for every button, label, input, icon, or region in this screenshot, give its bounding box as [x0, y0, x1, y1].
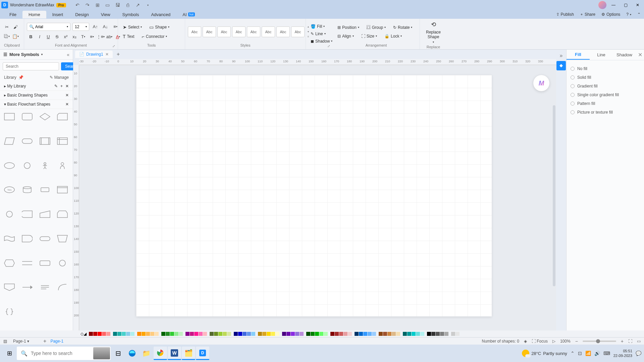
menu-insert[interactable]: Insert — [46, 11, 69, 18]
page-link[interactable]: Page-1 — [50, 339, 63, 344]
canvas-viewport[interactable]: M — [79, 65, 556, 330]
align-dropdown[interactable]: ⊟Align▾ — [335, 33, 356, 40]
shape-document[interactable] — [56, 185, 69, 195]
fill-option-pattern[interactable]: Pattern fill — [571, 99, 640, 108]
shape-pill[interactable] — [38, 234, 52, 244]
color-swatch[interactable] — [372, 332, 376, 336]
underline-button[interactable]: U — [44, 33, 52, 41]
color-swatch[interactable] — [319, 332, 323, 336]
line-spacing-button[interactable]: ≡▾ — [88, 33, 96, 41]
more-symbols-dropdown[interactable]: ☰ More Symbols ▾ — [3, 52, 43, 57]
qat-more-icon[interactable]: ▾ — [145, 2, 151, 8]
fill-tab[interactable]: Fill — [567, 50, 590, 60]
color-swatch[interactable] — [137, 332, 141, 336]
fill-dropdown[interactable]: 🪣Fill▾ — [309, 23, 334, 30]
tray-chevron-icon[interactable]: ⌃ — [571, 351, 575, 356]
color-swatch[interactable] — [355, 332, 359, 336]
color-swatch[interactable] — [150, 332, 154, 336]
menu-design[interactable]: Design — [69, 11, 95, 18]
line-dropdown[interactable]: ✎Line▾ — [309, 31, 334, 37]
font-align-expand[interactable]: ⤢ — [112, 44, 115, 48]
chrome-icon[interactable] — [154, 347, 167, 360]
basic-drawing-section[interactable]: ▸ Basic Drawing Shapes ✕ — [0, 91, 73, 100]
options-button[interactable]: ⚙Options — [601, 12, 620, 17]
shape-stored-data[interactable] — [20, 209, 34, 219]
shadow-dropdown[interactable]: ◼Shadow▾ — [309, 38, 334, 45]
style-preset-2[interactable]: Abc — [203, 26, 216, 37]
color-swatch[interactable] — [89, 332, 93, 336]
select-tool[interactable]: ➤Select▾ — [121, 23, 144, 31]
shape-circle2[interactable] — [56, 258, 69, 268]
menu-ai[interactable]: AI hot — [176, 11, 201, 18]
font-size-select[interactable]: 12▾ — [72, 23, 89, 31]
color-swatch[interactable] — [392, 332, 396, 336]
color-swatch[interactable] — [335, 332, 339, 336]
fill-option-nofill[interactable]: No fill — [571, 64, 640, 73]
color-swatch[interactable] — [282, 332, 286, 336]
shape-delay[interactable] — [20, 234, 34, 244]
size-dropdown[interactable]: ⛶Size▾ — [359, 33, 379, 40]
menu-advanced[interactable]: Advanced — [145, 11, 176, 18]
color-swatch[interactable] — [451, 332, 455, 336]
color-swatch[interactable] — [155, 332, 159, 336]
shape-brace[interactable] — [3, 307, 16, 317]
color-swatch[interactable] — [267, 332, 271, 336]
color-swatch[interactable] — [275, 332, 279, 336]
share-button[interactable]: ⚬Share — [580, 12, 595, 17]
notifications-icon[interactable]: 💬 — [636, 351, 641, 356]
menu-symbols[interactable]: Symbols — [116, 11, 145, 18]
color-swatch[interactable] — [407, 332, 411, 336]
color-swatch[interactable] — [403, 332, 407, 336]
color-swatch[interactable] — [247, 332, 251, 336]
lock-dropdown[interactable]: 🔒Lock▾ — [382, 33, 404, 40]
line-tab[interactable]: Line — [590, 50, 613, 59]
color-swatch[interactable] — [190, 332, 194, 336]
redo-icon[interactable]: ↷ — [85, 2, 90, 8]
shadow-tab[interactable]: Shadow — [613, 50, 636, 59]
shape-tool[interactable]: ▭Shape▾ — [147, 23, 171, 31]
layers-icon[interactable]: ◈ — [524, 339, 527, 344]
color-swatch[interactable] — [295, 332, 299, 336]
mylibrary-add-icon[interactable]: + — [60, 84, 63, 88]
shape-terminator[interactable] — [20, 136, 34, 146]
superscript-button[interactable]: x² — [62, 33, 70, 41]
color-swatch[interactable] — [122, 332, 126, 336]
my-library-section[interactable]: ▸ My Library ✎ + ✕ — [0, 82, 73, 91]
app-icon-1[interactable]: 🗂️ — [182, 347, 195, 360]
shape-wave[interactable] — [3, 234, 16, 244]
shape-person2[interactable] — [56, 161, 69, 171]
color-swatch[interactable] — [431, 332, 435, 336]
page-selector[interactable]: Page-1 ▾ — [11, 338, 39, 344]
color-swatch[interactable] — [218, 332, 222, 336]
color-swatch[interactable] — [214, 332, 218, 336]
shape-parallel[interactable] — [20, 258, 34, 268]
properties-close[interactable]: ✕ — [636, 52, 644, 58]
color-swatch[interactable] — [98, 332, 102, 336]
shape-arrow[interactable] — [20, 282, 34, 292]
shape-manual-input[interactable] — [38, 209, 52, 219]
italic-button[interactable]: I — [36, 33, 44, 41]
doc-tab-close[interactable]: ✕ — [105, 52, 109, 57]
color-swatch[interactable] — [117, 332, 121, 336]
zoom-in-button[interactable]: + — [621, 339, 624, 344]
paste-button[interactable]: 📋▾ — [11, 33, 19, 41]
style-preset-6[interactable]: Abc — [262, 26, 275, 37]
play-icon[interactable]: ▷ — [552, 339, 555, 344]
color-swatch[interactable] — [416, 332, 420, 336]
text-tool[interactable]: TText — [121, 33, 137, 40]
add-document-button[interactable]: + — [115, 51, 122, 57]
color-swatch[interactable] — [170, 332, 174, 336]
mylibrary-edit-icon[interactable]: ✎ — [54, 84, 58, 88]
shape-database[interactable] — [20, 185, 34, 195]
color-swatch[interactable] — [113, 332, 117, 336]
page-layout-icon[interactable]: ▤ — [3, 339, 7, 344]
publish-button[interactable]: ⇪Publish — [556, 12, 574, 17]
color-swatch[interactable] — [368, 332, 372, 336]
color-swatch[interactable] — [330, 332, 334, 336]
menu-file[interactable]: File — [3, 11, 22, 18]
decrease-font-button[interactable]: A↓ — [101, 23, 109, 31]
zoom-slider[interactable] — [583, 341, 616, 342]
color-swatch[interactable] — [130, 332, 135, 336]
color-swatch[interactable] — [146, 332, 150, 336]
tray-language-icon[interactable]: ⌨ — [603, 351, 610, 356]
